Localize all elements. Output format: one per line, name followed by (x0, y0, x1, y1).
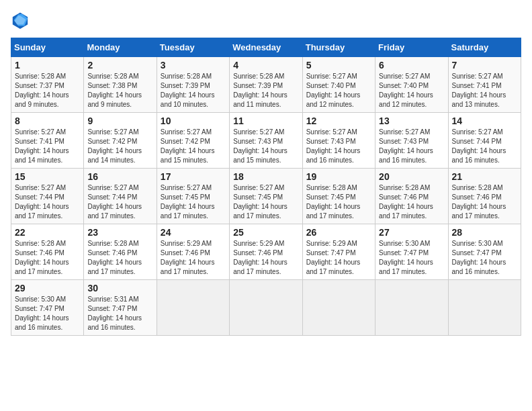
calendar-week-row: 29 Sunrise: 5:30 AMSunset: 7:47 PMDaylig… (11, 280, 521, 336)
day-number: 21 (452, 171, 517, 182)
day-number: 23 (87, 227, 152, 238)
col-tuesday: Tuesday (157, 38, 229, 57)
day-info: Sunrise: 5:30 AMSunset: 7:47 PMDaylight:… (452, 239, 517, 277)
calendar-cell: 26 Sunrise: 5:29 AMSunset: 7:47 PMDaylig… (302, 224, 375, 280)
day-info: Sunrise: 5:27 AMSunset: 7:45 PMDaylight:… (161, 183, 226, 221)
day-number: 11 (233, 116, 298, 126)
calendar-cell: 18 Sunrise: 5:27 AMSunset: 7:45 PMDaylig… (230, 169, 302, 224)
calendar-cell: 20 Sunrise: 5:28 AMSunset: 7:46 PMDaylig… (375, 169, 448, 224)
day-number: 24 (161, 227, 226, 238)
day-number: 28 (452, 227, 517, 238)
day-info: Sunrise: 5:27 AMSunset: 7:43 PMDaylight:… (233, 128, 298, 165)
calendar-cell: 12 Sunrise: 5:27 AMSunset: 7:43 PMDaylig… (302, 113, 375, 169)
day-info: Sunrise: 5:30 AMSunset: 7:47 PMDaylight:… (15, 295, 80, 332)
calendar-week-row: 1 Sunrise: 5:28 AMSunset: 7:37 PMDayligh… (11, 57, 521, 113)
calendar-header-row: Sunday Monday Tuesday Wednesday Thursday… (11, 38, 521, 57)
calendar-cell: 7 Sunrise: 5:27 AMSunset: 7:41 PMDayligh… (448, 57, 521, 113)
day-info: Sunrise: 5:28 AMSunset: 7:37 PMDaylight:… (15, 72, 80, 109)
day-info: Sunrise: 5:28 AMSunset: 7:45 PMDaylight:… (306, 183, 371, 221)
day-number: 22 (15, 227, 80, 238)
day-info: Sunrise: 5:27 AMSunset: 7:43 PMDaylight:… (306, 128, 371, 165)
col-monday: Monday (84, 38, 157, 57)
calendar-cell: 22 Sunrise: 5:28 AMSunset: 7:46 PMDaylig… (11, 224, 84, 280)
day-info: Sunrise: 5:28 AMSunset: 7:38 PMDaylight:… (87, 72, 152, 109)
day-number: 25 (233, 227, 298, 238)
day-info: Sunrise: 5:28 AMSunset: 7:39 PMDaylight:… (161, 72, 226, 109)
day-info: Sunrise: 5:28 AMSunset: 7:46 PMDaylight:… (379, 183, 444, 221)
calendar-table: Sunday Monday Tuesday Wednesday Thursday… (11, 38, 521, 336)
day-info: Sunrise: 5:29 AMSunset: 7:47 PMDaylight:… (306, 239, 371, 277)
day-number: 14 (452, 116, 517, 126)
day-number: 12 (306, 116, 371, 126)
day-info: Sunrise: 5:27 AMSunset: 7:44 PMDaylight:… (15, 183, 80, 221)
logo-icon (11, 11, 30, 30)
col-thursday: Thursday (302, 38, 375, 57)
day-info: Sunrise: 5:29 AMSunset: 7:46 PMDaylight:… (161, 239, 226, 277)
calendar-cell (302, 280, 375, 336)
day-info: Sunrise: 5:27 AMSunset: 7:40 PMDaylight:… (379, 72, 444, 109)
day-number: 4 (233, 60, 298, 71)
day-number: 9 (87, 116, 152, 126)
day-number: 10 (161, 116, 226, 126)
calendar-cell: 1 Sunrise: 5:28 AMSunset: 7:37 PMDayligh… (11, 57, 84, 113)
day-number: 29 (15, 283, 80, 293)
day-number: 8 (15, 116, 80, 126)
day-number: 2 (87, 60, 152, 71)
day-number: 6 (379, 60, 444, 71)
day-info: Sunrise: 5:27 AMSunset: 7:41 PMDaylight:… (15, 128, 80, 165)
calendar-cell: 6 Sunrise: 5:27 AMSunset: 7:40 PMDayligh… (375, 57, 448, 113)
day-info: Sunrise: 5:28 AMSunset: 7:46 PMDaylight:… (452, 183, 517, 221)
calendar-cell (157, 280, 229, 336)
calendar-cell: 10 Sunrise: 5:27 AMSunset: 7:42 PMDaylig… (157, 113, 229, 169)
calendar-cell: 29 Sunrise: 5:30 AMSunset: 7:47 PMDaylig… (11, 280, 84, 336)
day-info: Sunrise: 5:28 AMSunset: 7:46 PMDaylight:… (15, 239, 80, 277)
col-saturday: Saturday (448, 38, 521, 57)
col-friday: Friday (375, 38, 448, 57)
col-wednesday: Wednesday (230, 38, 302, 57)
day-number: 19 (306, 171, 371, 182)
calendar-cell: 17 Sunrise: 5:27 AMSunset: 7:45 PMDaylig… (157, 169, 229, 224)
day-info: Sunrise: 5:27 AMSunset: 7:42 PMDaylight:… (161, 128, 226, 165)
day-info: Sunrise: 5:27 AMSunset: 7:45 PMDaylight:… (233, 183, 298, 221)
day-info: Sunrise: 5:28 AMSunset: 7:46 PMDaylight:… (87, 239, 152, 277)
day-info: Sunrise: 5:28 AMSunset: 7:39 PMDaylight:… (233, 72, 298, 109)
calendar-cell: 25 Sunrise: 5:29 AMSunset: 7:46 PMDaylig… (230, 224, 302, 280)
day-number: 20 (379, 171, 444, 182)
day-info: Sunrise: 5:27 AMSunset: 7:43 PMDaylight:… (379, 128, 444, 165)
day-number: 5 (306, 60, 371, 71)
calendar-cell: 8 Sunrise: 5:27 AMSunset: 7:41 PMDayligh… (11, 113, 84, 169)
day-info: Sunrise: 5:27 AMSunset: 7:40 PMDaylight:… (306, 72, 371, 109)
calendar-cell: 4 Sunrise: 5:28 AMSunset: 7:39 PMDayligh… (230, 57, 302, 113)
calendar-cell: 16 Sunrise: 5:27 AMSunset: 7:44 PMDaylig… (84, 169, 157, 224)
calendar-cell: 27 Sunrise: 5:30 AMSunset: 7:47 PMDaylig… (375, 224, 448, 280)
logo (11, 11, 32, 30)
calendar-cell: 15 Sunrise: 5:27 AMSunset: 7:44 PMDaylig… (11, 169, 84, 224)
day-number: 30 (87, 283, 152, 293)
day-info: Sunrise: 5:30 AMSunset: 7:47 PMDaylight:… (379, 239, 444, 277)
calendar-cell: 23 Sunrise: 5:28 AMSunset: 7:46 PMDaylig… (84, 224, 157, 280)
day-info: Sunrise: 5:31 AMSunset: 7:47 PMDaylight:… (87, 295, 152, 332)
day-info: Sunrise: 5:27 AMSunset: 7:44 PMDaylight:… (452, 128, 517, 165)
calendar-cell: 2 Sunrise: 5:28 AMSunset: 7:38 PMDayligh… (84, 57, 157, 113)
calendar-cell: 11 Sunrise: 5:27 AMSunset: 7:43 PMDaylig… (230, 113, 302, 169)
col-sunday: Sunday (11, 38, 84, 57)
day-info: Sunrise: 5:29 AMSunset: 7:46 PMDaylight:… (233, 239, 298, 277)
calendar-cell: 30 Sunrise: 5:31 AMSunset: 7:47 PMDaylig… (84, 280, 157, 336)
calendar-cell: 14 Sunrise: 5:27 AMSunset: 7:44 PMDaylig… (448, 113, 521, 169)
day-info: Sunrise: 5:27 AMSunset: 7:41 PMDaylight:… (452, 72, 517, 109)
day-number: 1 (15, 60, 80, 71)
day-number: 7 (452, 60, 517, 71)
day-info: Sunrise: 5:27 AMSunset: 7:44 PMDaylight:… (87, 183, 152, 221)
calendar-cell: 3 Sunrise: 5:28 AMSunset: 7:39 PMDayligh… (157, 57, 229, 113)
calendar-cell (230, 280, 302, 336)
calendar-cell: 5 Sunrise: 5:27 AMSunset: 7:40 PMDayligh… (302, 57, 375, 113)
calendar-cell: 9 Sunrise: 5:27 AMSunset: 7:42 PMDayligh… (84, 113, 157, 169)
calendar-cell: 28 Sunrise: 5:30 AMSunset: 7:47 PMDaylig… (448, 224, 521, 280)
day-number: 17 (161, 171, 226, 182)
day-number: 26 (306, 227, 371, 238)
day-number: 3 (161, 60, 226, 71)
day-number: 16 (87, 171, 152, 182)
day-number: 18 (233, 171, 298, 182)
day-number: 13 (379, 116, 444, 126)
calendar-cell (448, 280, 521, 336)
